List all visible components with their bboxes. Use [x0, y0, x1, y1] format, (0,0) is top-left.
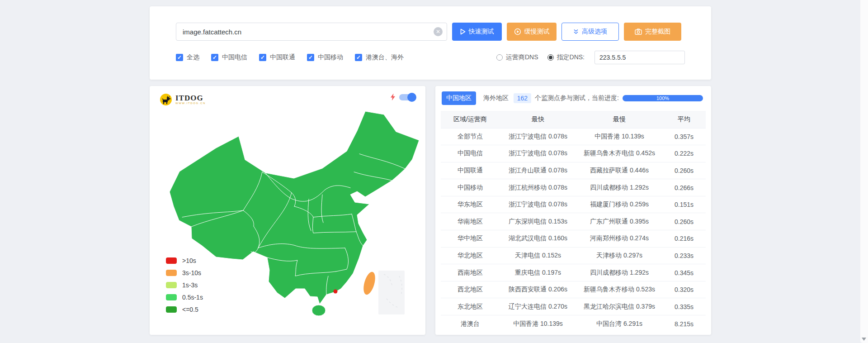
- region-cell: 华南地区: [441, 213, 500, 230]
- map-panel: ITDOG WWW.ITDOG.CN: [150, 86, 425, 335]
- url-input[interactable]: [176, 23, 447, 41]
- results-header: 中国地区 海外地区 162 个监测点参与测试，当前进度: 100%: [442, 91, 703, 105]
- average-cell: 0.216s: [662, 230, 706, 248]
- slowest-cell: 福建厦门移动 0.259s: [576, 196, 662, 213]
- average-cell: 0.357s: [662, 128, 706, 145]
- checkbox-checked-icon: ✓: [211, 54, 218, 61]
- slowest-cell: 中国台湾 6.291s: [576, 315, 662, 333]
- fastest-cell: 天津电信 0.152s: [500, 247, 576, 264]
- fastest-cell: 中国香港 10.139s: [500, 315, 576, 333]
- search-row: ✕ 快速测试 缓慢测试 高级选项: [176, 23, 685, 41]
- clear-input-icon[interactable]: ✕: [434, 27, 443, 36]
- test-control-panel: ✕ 快速测试 缓慢测试 高级选项: [150, 6, 711, 80]
- fastest-cell: 浙江宁波电信 0.078s: [500, 196, 576, 213]
- slowest-cell: 河南郑州移动 0.274s: [576, 230, 662, 248]
- slowest-cell: 天津移动 0.297s: [576, 247, 662, 264]
- region-cell: 西北地区: [441, 281, 500, 298]
- play-circle-icon: [514, 28, 521, 35]
- slowest-cell: 新疆乌鲁木齐电信 0.452s: [576, 145, 662, 162]
- results-table: 区域/运营商最快最慢平均 全部节点浙江宁波电信 0.078s中国香港 10.13…: [441, 111, 706, 332]
- table-header-row: 区域/运营商最快最慢平均: [441, 111, 706, 128]
- table-row[interactable]: 西南地区重庆电信 0.197s四川成都移动 1.292s0.345s: [441, 264, 706, 281]
- isp-checkbox[interactable]: ✓港澳台、海外: [355, 53, 404, 62]
- fastest-cell: 浙江舟山联通 0.078s: [500, 162, 576, 179]
- table-row[interactable]: 华中地区湖北武汉电信 0.160s河南郑州移动 0.274s0.216s: [441, 230, 706, 248]
- fastest-cell: 浙江宁波电信 0.078s: [500, 128, 576, 145]
- table-row[interactable]: 华东地区浙江宁波电信 0.078s福建厦门移动 0.259s0.151s: [441, 196, 706, 213]
- scroll-down-arrow-icon[interactable]: [862, 338, 866, 341]
- table-row[interactable]: 西北地区陕西西安联通 0.206s新疆乌鲁木齐移动 0.523s0.320s: [441, 281, 706, 298]
- average-cell: 0.233s: [662, 247, 706, 264]
- hainan-island[interactable]: [312, 305, 326, 316]
- fastest-cell: 重庆电信 0.197s: [500, 264, 576, 281]
- logo-title: ITDOG: [175, 95, 206, 102]
- advanced-options-button[interactable]: 高级选项: [561, 23, 619, 41]
- radio-checked-icon: [547, 54, 554, 61]
- slowest-cell: 广东广州联通 0.395s: [576, 213, 662, 230]
- table-row[interactable]: 港澳台中国香港 10.139s中国台湾 6.291s8.215s: [441, 315, 706, 333]
- isp-checkbox[interactable]: ✓全选: [176, 53, 199, 62]
- checkbox-label: 中国移动: [318, 53, 343, 62]
- table-row[interactable]: 中国电信浙江宁波电信 0.078s新疆乌鲁木齐电信 0.452s0.222s: [441, 145, 706, 162]
- legend-row: >10s: [166, 257, 203, 264]
- slowest-cell: 中国香港 10.139s: [576, 128, 662, 145]
- custom-dns-radio[interactable]: 指定DNS:: [547, 53, 585, 62]
- south-china-sea-inset: [378, 271, 405, 314]
- full-screenshot-button[interactable]: 完整截图: [624, 23, 681, 41]
- full-screenshot-label: 完整截图: [645, 28, 670, 36]
- legend-swatch: [166, 294, 177, 300]
- options-row: ✓全选✓中国电信✓中国联通✓中国移动✓港澳台、海外 运营商DNS 指定DNS:: [176, 51, 685, 64]
- slowest-cell: 西藏拉萨联通 0.446s: [576, 162, 662, 179]
- slowest-cell: 四川成都移动 1.292s: [576, 179, 662, 196]
- slow-test-label: 缓慢测试: [524, 28, 550, 36]
- table-row[interactable]: 中国联通浙江舟山联通 0.078s西藏拉萨联通 0.446s0.260s: [441, 162, 706, 179]
- dns-input[interactable]: [594, 51, 685, 64]
- toggle-switch[interactable]: [399, 94, 415, 100]
- tab-overseas-region[interactable]: 海外地区: [479, 91, 513, 105]
- table-row[interactable]: 东北地区辽宁大连电信 0.270s黑龙江哈尔滨电信 0.379s0.335s: [441, 298, 706, 315]
- average-cell: 0.260s: [662, 213, 706, 230]
- region-cell: 华东地区: [441, 196, 500, 213]
- advanced-options-label: 高级选项: [582, 28, 607, 36]
- region-cell: 中国电信: [441, 145, 500, 162]
- legend-row: 1s-3s: [166, 281, 203, 289]
- region-cell: 全部节点: [441, 128, 500, 145]
- legend-swatch: [166, 306, 177, 313]
- table-row[interactable]: 华南地区广东深圳电信 0.153s广东广州联通 0.395s0.260s: [441, 213, 706, 230]
- region-cell: 华中地区: [441, 230, 500, 248]
- average-cell: 0.320s: [662, 281, 706, 298]
- isp-checkbox[interactable]: ✓中国电信: [211, 53, 247, 62]
- fast-test-button[interactable]: 快速测试: [452, 23, 502, 41]
- legend-row: <=0.5: [166, 306, 203, 313]
- table-row[interactable]: 中国移动浙江杭州移动 0.078s四川成都移动 1.292s0.266s: [441, 179, 706, 196]
- average-cell: 0.151s: [662, 196, 706, 213]
- checkbox-label: 全选: [187, 53, 199, 62]
- hongkong-hotspot[interactable]: [334, 290, 338, 294]
- average-cell: 0.222s: [662, 145, 706, 162]
- checkbox-label: 中国电信: [222, 53, 247, 62]
- monitor-count-badge: 162: [514, 93, 531, 103]
- isp-checkbox[interactable]: ✓中国移动: [307, 53, 343, 62]
- region-cell: 港澳台: [441, 315, 500, 333]
- table-row[interactable]: 华北地区天津电信 0.152s天津移动 0.297s0.233s: [441, 247, 706, 264]
- slow-test-button[interactable]: 缓慢测试: [507, 23, 557, 41]
- tab-china-region[interactable]: 中国地区: [442, 91, 476, 105]
- legend-swatch: [166, 270, 177, 276]
- taiwan-island[interactable]: [361, 271, 377, 296]
- isp-checkbox-group: ✓全选✓中国电信✓中国联通✓中国移动✓港澳台、海外: [176, 53, 404, 62]
- double-chevron-down-icon: [573, 29, 579, 34]
- slowest-cell: 黑龙江哈尔滨电信 0.379s: [576, 298, 662, 315]
- checkbox-label: 港澳台、海外: [366, 53, 404, 62]
- table-row[interactable]: 全部节点浙江宁波电信 0.078s中国香港 10.139s0.357s: [441, 128, 706, 145]
- isp-dns-radio[interactable]: 运营商DNS: [496, 53, 538, 62]
- fastest-cell: 辽宁大连电信 0.270s: [500, 298, 576, 315]
- fast-mode-toggle[interactable]: [390, 93, 415, 101]
- page-scrollbar[interactable]: [860, 0, 868, 343]
- slowest-cell: 四川成都移动 1.292s: [576, 264, 662, 281]
- monitor-text: 个监测点参与测试，当前进度:: [535, 94, 619, 102]
- table-header-cell: 最慢: [576, 111, 662, 128]
- checkbox-checked-icon: ✓: [176, 54, 183, 61]
- slowest-cell: 新疆乌鲁木齐移动 0.523s: [576, 281, 662, 298]
- legend-swatch: [166, 282, 177, 288]
- isp-checkbox[interactable]: ✓中国联通: [259, 53, 295, 62]
